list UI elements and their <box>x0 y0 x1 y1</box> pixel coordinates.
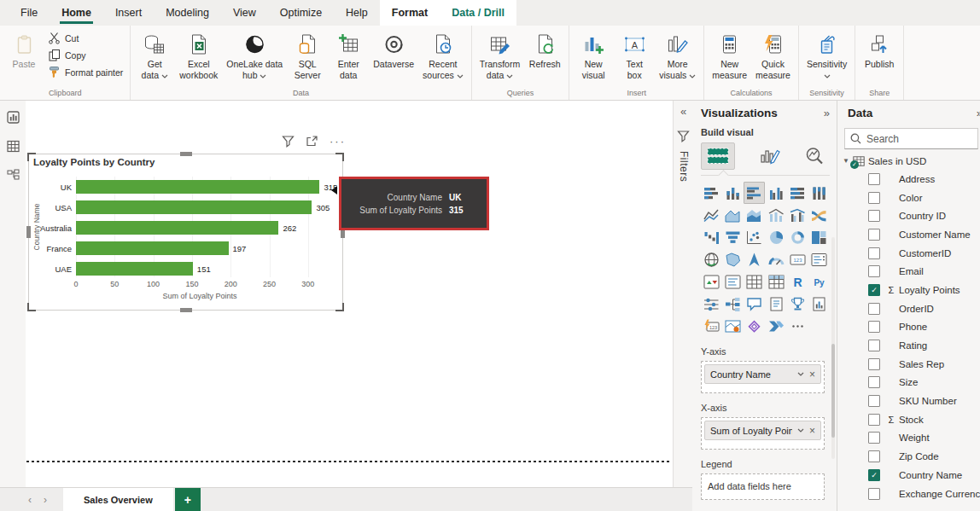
visual-type-decomposition-tree[interactable] <box>722 293 744 315</box>
visual-type-clustered-column-chart[interactable] <box>766 182 787 204</box>
checkbox-checked[interactable]: ✓ <box>868 284 880 296</box>
visual-type-map[interactable] <box>701 248 722 270</box>
field-customer-name[interactable]: Customer Name <box>837 225 980 244</box>
format-visual-tab[interactable] <box>760 147 780 165</box>
visual-type-scatter-chart[interactable] <box>744 226 765 248</box>
chevron-down-icon[interactable] <box>797 428 804 433</box>
ribbon-button-copy[interactable]: Copy <box>44 48 126 62</box>
ribbon-button-sensitivity[interactable]: Sensitivity <box>802 30 851 83</box>
field-pill-sum-of-loyalty-points[interactable]: Sum of Loyalty Points× <box>704 421 821 440</box>
visual-type-ribbon-chart[interactable] <box>808 204 830 226</box>
visual-type-metrics[interactable] <box>787 293 808 315</box>
expand-pane-icon[interactable]: » <box>824 107 830 119</box>
visual-type-multi-row-card[interactable] <box>808 248 830 270</box>
field-orderid[interactable]: OrderID <box>837 299 980 318</box>
new-page-button[interactable]: + <box>175 488 201 511</box>
ribbon-button-text-box[interactable]: ATextbox <box>614 30 655 83</box>
visual-type-stacked-column-chart[interactable] <box>722 182 744 204</box>
visual-type-q-and-a[interactable] <box>744 293 765 315</box>
selection-corner-handle[interactable] <box>27 153 36 161</box>
field-country-id[interactable]: Country ID <box>837 206 980 225</box>
ribbon-button-new-visual[interactable]: Newvisual <box>573 30 614 83</box>
field-address[interactable]: Address <box>837 170 980 189</box>
visual-type-slicer[interactable] <box>722 270 744 293</box>
ribbon-button-quick-measure[interactable]: Quickmeasure <box>751 30 795 83</box>
field-email[interactable]: Email <box>837 262 980 281</box>
checkbox-unchecked[interactable] <box>868 229 880 241</box>
well-y-axis[interactable]: Country Name× <box>701 361 825 393</box>
field-customerid[interactable]: CustomerID <box>837 244 980 263</box>
visual-type-hundred-stacked-bar-chart[interactable] <box>787 182 808 204</box>
menu-tab-insert[interactable]: Insert <box>103 0 154 26</box>
checkbox-unchecked[interactable] <box>868 395 880 407</box>
visual-type-treemap[interactable] <box>808 226 830 248</box>
ribbon-button-get-data[interactable]: Getdata <box>134 30 175 83</box>
menu-tab-view[interactable]: View <box>221 0 268 26</box>
ribbon-button-onelake-data-hub[interactable]: OneLake datahub <box>222 30 287 83</box>
model-view-button[interactable] <box>0 162 26 188</box>
visual-type-waterfall-chart[interactable] <box>701 226 722 248</box>
menu-tab-modeling[interactable]: Modeling <box>154 0 221 26</box>
field-rating[interactable]: Rating <box>837 336 980 355</box>
visual-type-kpi[interactable] <box>701 270 722 293</box>
build-visual-tab[interactable] <box>701 142 735 170</box>
ribbon-button-publish[interactable]: Publish <box>859 30 900 72</box>
visual-type-stacked-bar-chart[interactable] <box>701 182 722 204</box>
visual-type-azure-map[interactable] <box>744 248 765 270</box>
remove-field-icon[interactable]: × <box>809 370 815 379</box>
bar-usa[interactable] <box>76 200 312 214</box>
field-stock[interactable]: ΣStock <box>837 410 980 429</box>
bar-australia[interactable] <box>76 221 278 235</box>
bar-uae[interactable] <box>76 262 193 276</box>
chevron-down-icon[interactable]: ▼ <box>843 157 849 165</box>
menu-tab-format[interactable]: Format <box>380 0 440 26</box>
checkbox-checked[interactable]: ✓ <box>868 469 880 481</box>
collapse-data-pane-icon[interactable]: » <box>977 107 980 119</box>
more-options-icon[interactable]: ··· <box>330 136 346 148</box>
menu-tab-file[interactable]: File <box>9 0 50 26</box>
visual-type-stacked-area-chart[interactable] <box>744 204 765 226</box>
table-view-button[interactable] <box>0 133 26 159</box>
visual-type-r-script-visual[interactable]: R <box>787 270 808 293</box>
table-sales-in-usd[interactable]: ▼ ✓ Sales in USD <box>843 154 980 168</box>
field-sku-number[interactable]: SKU Number <box>837 392 980 410</box>
field-size[interactable]: Size <box>837 374 980 392</box>
visual-type-line-and-stacked-column-chart[interactable] <box>766 204 787 226</box>
visual-type-smart-narrative[interactable] <box>766 293 787 315</box>
remove-field-icon[interactable]: × <box>809 427 815 435</box>
visual-type-power-automate[interactable] <box>766 315 787 337</box>
bar-uk[interactable] <box>76 180 319 194</box>
visual-type-card[interactable]: 123 <box>787 248 808 270</box>
visual-type-line-chart[interactable] <box>701 204 722 226</box>
checkbox-unchecked[interactable] <box>868 247 880 259</box>
field-zip-code[interactable]: Zip Code <box>837 447 980 466</box>
field-phone[interactable]: Phone <box>837 318 980 337</box>
visual-type-gauge[interactable] <box>766 248 787 270</box>
field-sales-rep[interactable]: Sales Rep <box>837 355 980 374</box>
expand-filters-icon[interactable]: « <box>680 105 686 118</box>
bar-france[interactable] <box>76 241 229 255</box>
menu-tab-data-drill[interactable]: Data / Drill <box>440 0 516 26</box>
analytics-tab[interactable] <box>804 147 825 165</box>
previous-page-arrow[interactable]: ‹ <box>22 494 38 506</box>
visual-type-funnel-chart[interactable] <box>722 226 744 248</box>
filters-pane-collapsed[interactable]: « Filters <box>673 101 694 511</box>
visual-type-arcgis-map[interactable] <box>722 315 744 337</box>
ribbon-button-enter-data[interactable]: Enterdata <box>328 30 369 83</box>
visual-type-clustered-bar-chart[interactable] <box>744 182 765 204</box>
visual-type-table[interactable] <box>744 270 765 293</box>
next-page-arrow[interactable]: › <box>38 494 53 506</box>
checkbox-unchecked[interactable] <box>868 321 880 333</box>
selection-corner-handle[interactable] <box>335 153 344 161</box>
focus-mode-icon[interactable] <box>306 135 318 148</box>
checkbox-unchecked[interactable] <box>868 210 880 222</box>
search-input[interactable]: Search <box>844 128 978 149</box>
field-color[interactable]: Color <box>837 189 980 207</box>
visual-type-matrix[interactable] <box>766 270 787 293</box>
visual-type-more-visual-options[interactable] <box>787 315 808 337</box>
visual-type-line-and-clustered-column-chart[interactable] <box>787 204 808 226</box>
checkbox-unchecked[interactable] <box>868 376 880 388</box>
ribbon-button-format-painter[interactable]: Format painter <box>44 65 126 79</box>
menu-tab-home[interactable]: Home <box>50 0 103 26</box>
selection-drag-handle[interactable] <box>180 308 192 312</box>
